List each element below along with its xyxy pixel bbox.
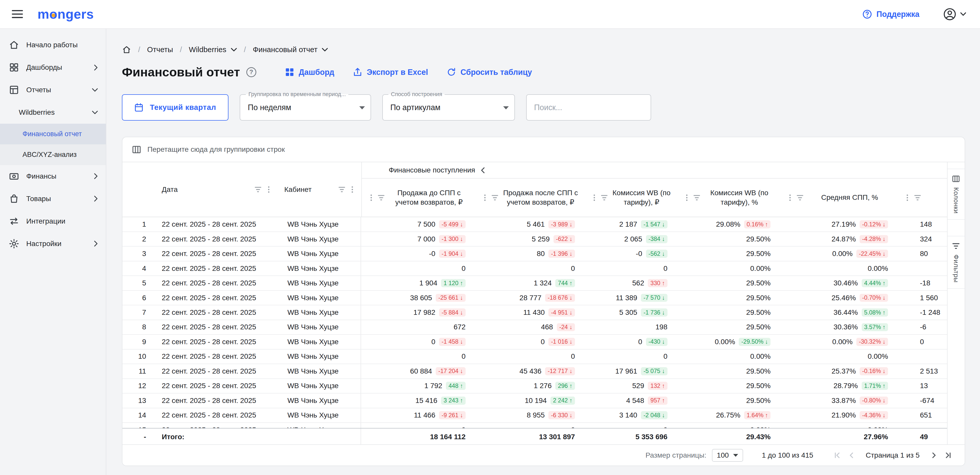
- collapse-group-icon[interactable]: [480, 167, 485, 174]
- menu-toggle-button[interactable]: [10, 6, 25, 22]
- period-filter-button[interactable]: Текущий квартал: [122, 94, 229, 121]
- sidebar-item-products[interactable]: Товары: [0, 187, 106, 210]
- first-page-button[interactable]: [831, 451, 845, 459]
- kebab-menu-icon[interactable]: [481, 194, 488, 201]
- cell-value: 7 500-5 499 ↓: [361, 217, 475, 231]
- table-row[interactable]: 522 сент. 2025 - 28 сент. 2025WB Чэнь Ху…: [123, 276, 948, 291]
- change-badge: -1 547 ↓: [641, 220, 667, 229]
- table-row[interactable]: 1522 сент. 2025 - 28 сент. 2025WB Чэнь Х…: [123, 423, 948, 428]
- prev-page-button[interactable]: [845, 451, 858, 459]
- kebab-menu-icon[interactable]: [904, 194, 911, 201]
- column-header[interactable]: Средняя СПП, %: [781, 179, 898, 217]
- help-icon[interactable]: ?: [247, 67, 256, 77]
- sidebar-item-label: Дашборды: [26, 64, 62, 71]
- breadcrumb-item-reports[interactable]: Отчеты: [147, 45, 173, 54]
- sidebar-item-getting-started[interactable]: Начало работы: [0, 34, 106, 56]
- sidebar-item-financial-report[interactable]: Финансовый отчет: [0, 124, 106, 145]
- tab-columns[interactable]: Колонки: [948, 168, 964, 220]
- breadcrumb-item-wildberries[interactable]: Wildberries: [189, 45, 237, 54]
- kebab-menu-icon[interactable]: [265, 186, 272, 193]
- cell-value: 29.50%: [677, 291, 780, 305]
- table-row[interactable]: 222 сент. 2025 - 28 сент. 2025WB Чэнь Ху…: [123, 232, 948, 246]
- table-row[interactable]: 1022 сент. 2025 - 28 сент. 2025WB Чэнь Х…: [123, 349, 948, 364]
- table-row[interactable]: 1222 сент. 2025 - 28 сент. 2025WB Чэнь Х…: [123, 379, 948, 394]
- table-row[interactable]: 1422 сент. 2025 - 28 сент. 2025WB Чэнь Х…: [123, 408, 948, 423]
- table-row[interactable]: 1122 сент. 2025 - 28 сент. 2025WB Чэнь Х…: [123, 364, 948, 379]
- kebab-menu-icon[interactable]: [786, 194, 794, 201]
- filter-icon[interactable]: [254, 186, 262, 193]
- change-badge: 1.71% ↑: [862, 382, 888, 390]
- kebab-menu-icon[interactable]: [590, 194, 598, 201]
- grid-icon: [285, 67, 294, 77]
- breadcrumb-separator: /: [244, 45, 246, 54]
- search-input[interactable]: [526, 94, 651, 121]
- row-index: 10: [123, 349, 155, 364]
- filter-icon[interactable]: [601, 194, 608, 201]
- change-badge: -2 048 ↓: [641, 411, 667, 419]
- table-row[interactable]: 322 сент. 2025 - 28 сент. 2025WB Чэнь Ху…: [123, 246, 948, 261]
- filter-icon[interactable]: [914, 194, 921, 201]
- kebab-menu-icon[interactable]: [348, 186, 356, 193]
- sidebar-item-reports[interactable]: Отчеты: [0, 79, 106, 101]
- dashboard-button[interactable]: Дашборд: [285, 67, 334, 77]
- cell-cabinet: WB Чэнь Хуцзе: [277, 232, 361, 246]
- table-row[interactable]: 1322 сент. 2025 - 28 сент. 2025WB Чэнь Х…: [123, 394, 948, 408]
- cell-date: 22 сент. 2025 - 28 сент. 2025: [155, 349, 277, 364]
- cell-cabinet: WB Чэнь Хуцзе: [277, 261, 361, 275]
- filter-icon[interactable]: [377, 194, 385, 201]
- column-header[interactable]: Продажа после СПП с учетом возвратов, ₽: [476, 179, 585, 217]
- sidebar-item-finance[interactable]: Финансы: [0, 165, 106, 187]
- next-page-button[interactable]: [927, 451, 941, 459]
- sidebar-item-settings[interactable]: Настройки: [0, 232, 106, 255]
- column-header[interactable]: Продажа до СПП с учетом возвратов, ₽: [362, 179, 476, 217]
- column-header-date[interactable]: Дата: [155, 162, 277, 217]
- column-header-cabinet[interactable]: Кабинет: [277, 162, 361, 217]
- sidebar-item-dashboards[interactable]: Дашборды: [0, 56, 106, 79]
- column-header[interactable]: Комиссия WB (по тарифу), %: [678, 179, 781, 217]
- cell-value: 11 466-9 261 ↓: [361, 408, 475, 423]
- table-row[interactable]: 422 сент. 2025 - 28 сент. 2025WB Чэнь Ху…: [123, 261, 948, 276]
- table-row[interactable]: 722 сент. 2025 - 28 сент. 2025WB Чэнь Ху…: [123, 305, 948, 320]
- cell-value: 198: [584, 320, 677, 334]
- totals-value: 18 164 112: [361, 429, 475, 445]
- page-title: Финансовый отчет: [122, 65, 240, 79]
- finance-icon: [9, 171, 19, 182]
- time-grouping-select[interactable]: Группировка по временным период... По не…: [240, 94, 371, 121]
- change-badge: -6 330 ↓: [548, 411, 575, 419]
- cell-date: 22 сент. 2025 - 28 сент. 2025: [155, 246, 277, 261]
- column-header[interactable]: Комиссия WB (по тарифу), ₽: [585, 179, 678, 217]
- logo-o-dot: o: [49, 6, 57, 22]
- reset-table-button[interactable]: Сбросить таблицу: [447, 67, 532, 77]
- filter-icon[interactable]: [796, 194, 804, 201]
- column-header[interactable]: Комиссия WB (фактическая), ₽: [898, 179, 948, 217]
- tab-filters[interactable]: Фильтры: [948, 236, 964, 289]
- filter-icon[interactable]: [491, 194, 499, 201]
- table-row[interactable]: 122 сент. 2025 - 28 сент. 2025WB Чэнь Ху…: [123, 217, 948, 232]
- export-excel-button[interactable]: Экспорт в Excel: [353, 67, 428, 77]
- breadcrumb-item-financial-report[interactable]: Финансовый отчет: [253, 45, 328, 54]
- row-grouping-dropzone[interactable]: Перетащите сюда для группировки строк: [123, 137, 965, 162]
- filter-icon[interactable]: [693, 194, 700, 201]
- app-logo[interactable]: mongers: [38, 6, 94, 22]
- sidebar-item-integrations[interactable]: Интеграции: [0, 210, 106, 232]
- account-menu[interactable]: [943, 8, 966, 21]
- build-mode-select[interactable]: Способ построения По артикулам: [382, 94, 515, 121]
- cell-value: 651: [897, 408, 948, 423]
- sidebar-item-wildberries[interactable]: Wildberries: [0, 101, 106, 124]
- last-page-button[interactable]: [941, 451, 955, 459]
- support-link[interactable]: Поддержка: [862, 9, 920, 19]
- cell-value: 0-1 016 ↓: [475, 335, 584, 349]
- column-group-header[interactable]: Финансовые поступления: [362, 162, 948, 179]
- kebab-menu-icon[interactable]: [683, 194, 690, 201]
- table-row[interactable]: 922 сент. 2025 - 28 сент. 2025WB Чэнь Ху…: [123, 335, 948, 349]
- home-breadcrumb-icon[interactable]: [122, 45, 131, 54]
- kebab-menu-icon[interactable]: [368, 194, 375, 201]
- totals-label: Итого:: [155, 429, 277, 445]
- sidebar-item-abc-xyz[interactable]: ABC/XYZ-анализ: [0, 145, 106, 165]
- cell-cabinet: WB Чэнь Хуцзе: [277, 217, 361, 231]
- totals-cabinet: [277, 429, 361, 445]
- page-size-select[interactable]: 100: [712, 449, 743, 462]
- filter-icon[interactable]: [338, 186, 345, 193]
- table-row[interactable]: 822 сент. 2025 - 28 сент. 2025WB Чэнь Ху…: [123, 320, 948, 335]
- table-row[interactable]: 622 сент. 2025 - 28 сент. 2025WB Чэнь Ху…: [123, 291, 948, 305]
